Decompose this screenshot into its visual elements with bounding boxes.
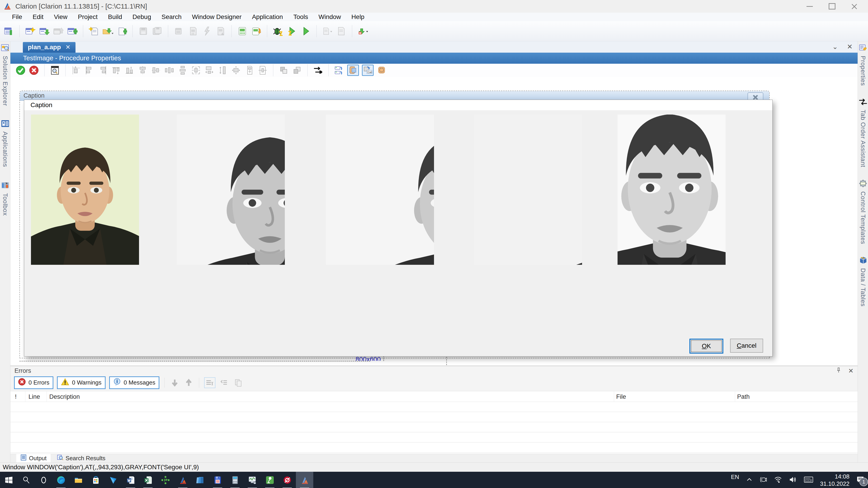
add-file-icon[interactable] xyxy=(116,26,127,37)
center-in-window-v-icon[interactable] xyxy=(257,65,268,75)
taskbar-mail-icon[interactable] xyxy=(104,472,122,488)
sidebar-item-tab-order-assistant[interactable]: Tab Order Assistant xyxy=(859,98,867,167)
save-and-close-icon[interactable] xyxy=(16,65,26,75)
menu-window[interactable]: Window xyxy=(313,13,346,21)
align-top-icon[interactable] xyxy=(111,65,121,75)
menu-debug[interactable]: Debug xyxy=(127,13,156,21)
sync-prompts-icon[interactable] xyxy=(334,65,344,75)
maximize-button[interactable] xyxy=(829,3,835,9)
sidebar-item-solution-explorer[interactable]: Solution Explorer xyxy=(1,43,9,106)
minimize-button[interactable] xyxy=(807,6,813,7)
next-error-icon[interactable] xyxy=(169,378,180,388)
preview-image-grayscale-pan-2[interactable] xyxy=(326,115,434,265)
close-application-icon[interactable] xyxy=(53,26,64,37)
cancel-template-icon[interactable]: Can xyxy=(362,65,374,76)
generate-and-run-icon[interactable] xyxy=(251,26,262,37)
sidebar-item-applications[interactable]: Applications xyxy=(1,119,9,167)
center-horizontal-icon[interactable] xyxy=(137,65,148,75)
action-center-icon[interactable]: 1 xyxy=(856,476,864,484)
start-button[interactable] xyxy=(0,472,18,488)
menu-build[interactable]: Build xyxy=(103,13,127,21)
center-in-window-icon[interactable] xyxy=(244,65,254,75)
menu-help[interactable]: Help xyxy=(346,13,370,21)
pin-icon[interactable] xyxy=(836,367,842,375)
taskbar-clock[interactable]: 14:08 31.10.2022 xyxy=(820,473,849,488)
save-icon[interactable] xyxy=(138,26,149,37)
menu-search[interactable]: Search xyxy=(156,13,187,21)
taskbar-clarion-icon[interactable] xyxy=(174,472,191,488)
make-same-size-icon[interactable] xyxy=(191,65,201,75)
taskbar-excel-icon[interactable] xyxy=(139,472,157,488)
next-document-icon[interactable] xyxy=(336,26,347,37)
document-tab-plan-a-app[interactable]: plan_a.app ✕ xyxy=(23,42,75,53)
sidebar-item-data-tables[interactable]: Data / Tables xyxy=(859,256,867,306)
tab-output[interactable]: Output xyxy=(16,454,51,462)
build-icon[interactable] xyxy=(173,26,184,37)
tab-search-results[interactable]: Search Results xyxy=(53,454,110,462)
close-button[interactable] xyxy=(851,3,857,9)
menu-edit[interactable]: Edit xyxy=(27,13,49,21)
errors-grid[interactable]: ! Line Description File Path xyxy=(10,391,858,454)
cancel-and-close-icon[interactable] xyxy=(29,65,39,75)
menu-window-designer[interactable]: Window Designer xyxy=(187,13,247,21)
open-file-icon[interactable] xyxy=(102,26,114,37)
taskbar-lamp-app-icon[interactable] xyxy=(261,472,278,488)
space-down-icon[interactable] xyxy=(178,65,188,75)
generate-code-icon[interactable] xyxy=(237,26,248,37)
taskbar-file-explorer-icon[interactable] xyxy=(70,472,87,488)
ok-button[interactable]: OK xyxy=(689,339,723,354)
errors-toggle-button[interactable]: 0 Errors xyxy=(14,377,53,389)
messages-toggle-button[interactable]: 0 Messages xyxy=(109,377,159,389)
preview-image-grayscale-pan-1[interactable] xyxy=(177,115,285,265)
column-header-description[interactable]: Description xyxy=(49,393,80,400)
menu-project[interactable]: Project xyxy=(73,13,103,21)
taskbar-calculator-app-icon[interactable] xyxy=(226,472,244,488)
run-without-debugger-icon[interactable] xyxy=(300,26,311,37)
deploy-icon[interactable] xyxy=(357,26,368,37)
rebuild-icon[interactable] xyxy=(201,26,213,37)
send-to-back-icon[interactable] xyxy=(292,65,302,75)
add-application-icon[interactable] xyxy=(67,26,78,37)
column-header-file[interactable]: File xyxy=(616,393,626,400)
column-header-path[interactable]: Path xyxy=(737,393,750,400)
tabstrip-close-icon[interactable]: ✕ xyxy=(847,43,852,51)
tab-close-icon[interactable]: ✕ xyxy=(65,43,70,51)
taskbar-cortana-icon[interactable] xyxy=(35,472,52,488)
new-file-icon[interactable] xyxy=(88,26,99,37)
show-output-icon[interactable] xyxy=(219,378,229,388)
taskbar-store-icon[interactable] xyxy=(87,472,104,488)
selection-outline-icon[interactable] xyxy=(377,65,387,75)
taskbar-word-icon[interactable] xyxy=(122,472,139,488)
size-width-icon[interactable] xyxy=(217,65,228,75)
designer-window-titlebar[interactable]: Caption xyxy=(20,91,769,101)
tray-touch-keyboard-icon[interactable] xyxy=(804,476,813,484)
debug-application-icon[interactable] xyxy=(272,26,283,37)
bring-to-front-icon[interactable] xyxy=(278,65,289,75)
sidebar-item-control-templates[interactable]: Control Templates xyxy=(859,179,867,244)
menu-file[interactable]: File xyxy=(7,13,27,21)
previous-document-icon[interactable] xyxy=(322,26,333,37)
preview-window-icon[interactable] xyxy=(50,65,60,75)
copy-icon[interactable] xyxy=(233,378,243,388)
sidebar-item-properties[interactable]: Properties xyxy=(859,43,867,86)
align-left-icon[interactable] xyxy=(84,65,94,75)
size-height-icon[interactable] xyxy=(231,65,241,75)
center-vertical-icon[interactable] xyxy=(151,65,161,75)
fill-column-icon[interactable] xyxy=(347,65,359,76)
preview-image-grayscale-closeup[interactable] xyxy=(618,115,725,265)
open-application-icon[interactable] xyxy=(39,26,50,37)
tab-order-icon[interactable] xyxy=(313,65,323,75)
column-header-line[interactable]: Line xyxy=(29,393,40,400)
new-solution-icon[interactable] xyxy=(3,26,14,37)
menu-application[interactable]: Application xyxy=(247,13,288,21)
taskbar-red-app-icon[interactable] xyxy=(278,472,296,488)
taskbar-clarion-active-window[interactable] xyxy=(296,472,313,488)
run-with-debugger-icon[interactable] xyxy=(286,26,298,37)
space-across-icon[interactable] xyxy=(164,65,175,75)
column-header-severity[interactable]: ! xyxy=(15,393,17,400)
build-project-icon[interactable] xyxy=(187,26,198,37)
errors-panel-close-icon[interactable]: ✕ xyxy=(848,367,854,375)
taskbar-floppy-app-icon[interactable] xyxy=(209,472,226,488)
tray-volume-icon[interactable] xyxy=(789,476,797,484)
new-application-icon[interactable] xyxy=(25,26,36,37)
